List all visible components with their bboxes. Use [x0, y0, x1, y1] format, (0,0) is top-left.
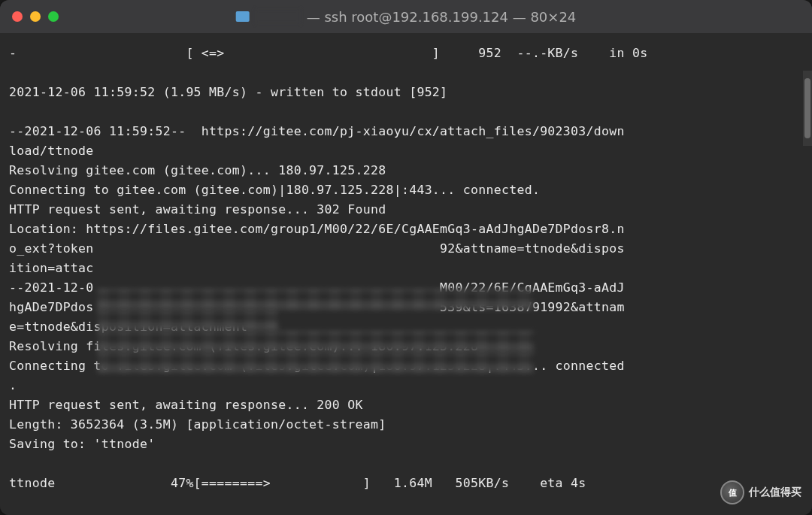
redacted-region: [98, 352, 534, 373]
line: HTTP request sent, awaiting response... …: [9, 202, 386, 217]
line: o_ext?token 92&attname=ttnode&dispos: [9, 241, 625, 256]
line: Length: 3652364 (3.5M) [application/octe…: [9, 417, 386, 432]
traffic-lights: [12, 11, 59, 22]
redacted-region: [98, 310, 278, 331]
watermark: 值 什么值得买: [720, 480, 801, 504]
titlebar[interactable]: — ssh root@192.168.199.124 — 80×24: [0, 0, 812, 33]
line: ttnode 47%[========> ] 1.64M 505KB/s eta…: [9, 476, 586, 490]
scrollbar-thumb[interactable]: [804, 78, 810, 138]
window-title: — ssh root@192.168.199.124 — 80×24: [236, 9, 577, 25]
terminal-content[interactable]: - [ <=> ] 952 --.-KB/s in 0s 2021-12-06 …: [0, 33, 812, 515]
line: Resolving gitee.com (gitee.com)... 180.9…: [9, 163, 386, 177]
line: load/ttnode: [9, 144, 94, 158]
redacted-title-segment: [256, 9, 301, 24]
line: --2021-12-06 11:59:52-- https://gitee.co…: [9, 124, 625, 138]
close-button[interactable]: [12, 11, 23, 22]
redacted-region: [98, 331, 534, 352]
line: - [ <=> ] 952 --.-KB/s in 0s: [9, 46, 647, 60]
redacted-region: [98, 289, 534, 310]
zoom-button[interactable]: [48, 11, 59, 22]
minimize-button[interactable]: [30, 11, 41, 22]
watermark-logo-icon: 值: [720, 480, 744, 504]
watermark-text: 什么值得买: [749, 486, 801, 499]
line: .: [9, 378, 17, 392]
line: Connecting to gitee.com (gitee.com)|180.…: [9, 183, 540, 197]
line: Saving to: 'ttnode': [9, 437, 155, 451]
line: 2021-12-06 11:59:52 (1.95 MB/s) - writte…: [9, 85, 447, 99]
line: Location: https://files.gitee.com/group1…: [9, 222, 625, 236]
line: ition=attac: [9, 261, 94, 275]
terminal-window: — ssh root@192.168.199.124 — 80×24 - [ <…: [0, 0, 812, 515]
terminal-output: - [ <=> ] 952 --.-KB/s in 0s 2021-12-06 …: [9, 44, 803, 493]
title-text: — ssh root@192.168.199.124 — 80×24: [307, 9, 577, 25]
folder-icon: [236, 11, 250, 22]
line: HTTP request sent, awaiting response... …: [9, 398, 363, 412]
